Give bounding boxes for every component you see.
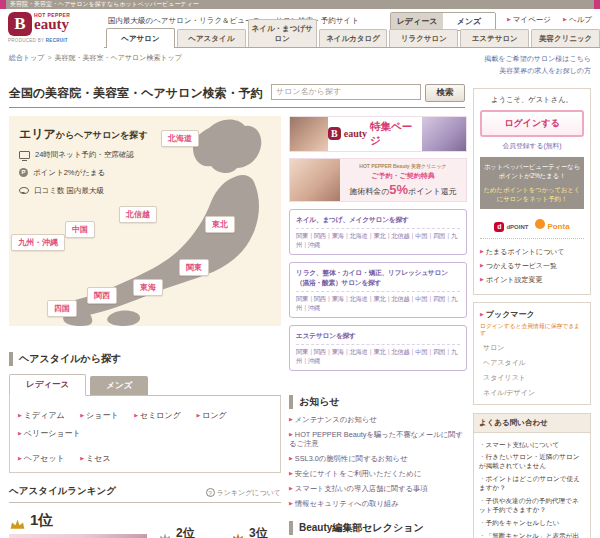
question-icon [206,488,215,497]
hairstyle-tab-ladies[interactable]: レディース [9,374,86,396]
bookmark-link[interactable]: ブックマーク [480,309,584,320]
point-logos: dPOINT Ponta [480,215,584,233]
ponta-icon [535,219,545,229]
ranking-item-3[interactable]: 3位 [231,511,293,538]
left-column: エリアからヘアサロンを探す 24時間ネット予約・空席確認 ポイント2%がたまる … [9,116,281,538]
hairstyle-tabs: レディース メンズ [9,374,281,396]
main-nav: ヘアサロン ヘアスタイル ネイル・まつげサロン ネイルカタログ リラクサロン エ… [104,19,600,48]
hot-pepper-beauty-logo[interactable]: B HOT PEPPER eauty PRODUCED BY RECRUIT [8,12,104,43]
feature-banner-photo-right [422,117,466,151]
notices-heading: お知らせ [289,395,467,409]
hairstyle-tab-mens[interactable]: メンズ [90,376,148,395]
clinic-amount: 施術料金の5%ポイント還元 [340,182,466,197]
faq-link[interactable]: 行きたいサロン・近隣のサロンが掲載されていません [479,453,585,471]
editors-selection-heading: Beauty編集部セレクション [289,521,467,535]
ponta-logo: Ponta [535,215,569,233]
bookmark-salon[interactable]: サロン [483,343,584,353]
bookmark-box: ブックマーク ログインすると会員情報に保存できます サロン ヘアスタイル スタイ… [473,302,591,405]
region-button-kanto[interactable]: 関東 [179,259,209,276]
hairstyle-section: ヘアスタイルから探す レディース メンズ ミディアム ショート セミロング ロン… [9,352,281,538]
faq-link[interactable]: 予約をキャンセルしたい [479,519,585,528]
bookmark-hairstyle[interactable]: ヘアスタイル [483,358,584,368]
breadcrumb-home[interactable]: 総合トップ [9,54,45,61]
area-search-box: エリアからヘアサロンを探す 24時間ネット予約・空席確認 ポイント2%がたまる … [9,116,281,326]
beauty-clinic-banner[interactable]: HOT PEPPER Beauty 美容クリニック ご予約・ご契約特典 施術料金… [289,158,467,202]
point-services-link[interactable]: つかえるサービス一覧 [480,261,584,271]
bookmark-note: ログインすると会員情報に保存できます [480,323,584,338]
point-settings-link[interactable]: ポイント設定変更 [480,275,584,285]
main-content: 全国の美容院・美容室・ヘアサロン検索・予約 検索 エリアからヘアサロンを探す 2… [9,78,591,538]
faq-link[interactable]: スマート支払いについて [479,441,585,450]
hairstyle-link-short[interactable]: ショート [80,411,118,420]
hairstyle-link-hairset[interactable]: ヘアセット [18,454,65,463]
page-title: 全国の美容院・美容室・ヘアサロン検索・予約 [9,85,263,102]
produced-by-recruit: PRODUCED BY RECRUIT [8,38,104,43]
salon-search-input[interactable] [271,84,421,100]
login-button[interactable]: ログインする [480,110,584,137]
faq-box: よくある問い合わせ スマート支払いについて 行きたいサロン・近隣のサロンが掲載さ… [473,413,591,538]
point-icon [19,168,28,177]
nav-tab-esthe-salon[interactable]: エステサロン [460,29,529,47]
ranking-item-1[interactable]: 1位 [9,511,147,538]
hairstyle-link-medium[interactable]: ミディアム [18,411,65,420]
bookmark-nail-design[interactable]: ネイル/デザイン [483,388,584,398]
welcome-box: ようこそ、ゲストさん。 ログインする 会員登録する(無料) ホットペッパービュー… [473,88,591,295]
bookmark-stylist[interactable]: スタイリスト [483,373,584,383]
region-button-hokkaido[interactable]: 北海道 [161,130,199,147]
ranking-item-2[interactable]: 2位 [158,511,220,538]
faq-link[interactable]: ポイントはどこのサロンで使えますか？ [479,475,585,493]
ranking-about-link[interactable]: ランキングについて [206,488,281,498]
region-button-chugoku[interactable]: 中国 [65,221,95,238]
notice-link[interactable]: SSL3.0の脆弱性に関するお知らせ [289,454,467,464]
hairstyle-link-semilong[interactable]: セミロング [134,411,181,420]
feature-page-banner[interactable]: B eauty 特集ページ [289,116,467,152]
notice-link[interactable]: 安全にサイトをご利用いただくために [289,469,467,479]
point-earn-link[interactable]: たまるポイントについて [480,247,584,257]
nav-tab-nail-catalog[interactable]: ネイルカタログ [319,29,388,47]
region-button-kyushu-okinawa[interactable]: 九州・沖縄 [11,234,65,251]
notice-link[interactable]: メンテナンスのお知らせ [289,415,467,425]
search-button[interactable]: 検索 [425,84,465,102]
faq-link[interactable]: 「無断キャンセル」と表示が出て、ネット予約ができない [479,532,585,538]
notice-link[interactable]: HOT PEPPER Beautyを騙った不審なメールに関するご注意 [289,430,467,450]
header-side-links: 掲載をご希望のサロン様はこちら 美容業界の求人をお探しの方 [484,53,591,77]
editors-selection-section: Beauty編集部セレクション デジタルパーマ [289,521,467,538]
clinic-banner-photo [290,159,340,201]
nail-region-links[interactable]: 関東｜関西｜東海｜北海道｜東北｜北信越｜中国｜四国｜九州｜沖縄 [296,229,460,250]
nav-tab-beauty-clinic[interactable]: 美容クリニック [531,29,600,47]
hairstyle-link-veryshort[interactable]: ベリーショート [18,429,81,438]
faq-link[interactable]: 子供や友達の分の予約代理でネット予約できますか？ [479,497,585,515]
right-sidebar: ようこそ、ゲストさん。 ログインする 会員登録する(無料) ホットペッパービュー… [473,88,591,538]
register-link[interactable]: 会員登録する(無料) [480,141,584,151]
relax-salon-search-box[interactable]: リラク、整体・カイロ・矯正、リフレッシュサロン（温浴・酸素）サロンを探す 関東｜… [289,262,467,318]
nav-tab-hair-style[interactable]: ヘアスタイル [177,29,246,47]
job-search-link[interactable]: 美容業界の求人をお探しの方 [484,65,591,77]
nail-salon-search-box[interactable]: ネイル、まつげ、メイクサロンを探す 関東｜関西｜東海｜北海道｜東北｜北信越｜中国… [289,209,467,255]
hairstyle-link-mrs[interactable]: ミセス [80,454,110,463]
notice-link[interactable]: スマート支払いの導入店舗に関する事項 [289,484,467,494]
region-button-tokai[interactable]: 東海 [133,279,163,296]
hairstyle-links-panel: ミディアム ショート セミロング ロング ベリーショート ヘアセット ミセス [9,396,281,473]
relax-region-links[interactable]: 関東｜関西｜東海｜北海道｜東北｜北信越｜中国｜四国｜九州｜沖縄 [296,292,460,313]
esthe-region-links[interactable]: 関東｜関西｜東海｜北海道｜東北｜北信越｜中国｜四国｜九州｜沖縄 [296,345,460,366]
region-button-hokushinetsu[interactable]: 北信越 [119,206,157,223]
point-links: たまるポイントについて つかえるサービス一覧 ポイント設定変更 [480,238,584,285]
region-button-kansai[interactable]: 関西 [87,287,117,304]
faq-heading: よくある問い合わせ [474,414,590,433]
hairstyle-link-long[interactable]: ロング [196,411,226,420]
salon-recruit-link[interactable]: 掲載をご希望のサロン様はこちら [484,53,591,65]
breadcrumb: 総合トップ>美容院・美容室・ヘアサロン検索トップ [9,53,182,77]
nav-tab-relax-salon[interactable]: リラクサロン [389,29,458,47]
area-search-title: エリアからヘアサロンを探す [19,124,148,143]
region-button-shikoku[interactable]: 四国 [47,300,77,317]
top-utility-text: 美容院・美容室・ヘアサロンを探すならホットペッパービューティー [6,0,594,9]
notice-link[interactable]: 情報セキュリティへの取り組み [289,499,467,509]
region-button-tohoku[interactable]: 東北 [205,216,235,233]
feature-banner-photo-left [290,117,328,151]
nav-tab-nail-salon[interactable]: ネイル・まつげサロン [248,19,317,47]
nav-tab-hair-salon[interactable]: ヘアサロン [106,28,175,48]
header: B HOT PEPPER eauty PRODUCED BY RECRUIT 国… [0,9,600,48]
esthe-salon-search-box[interactable]: エステサロンを探す 関東｜関西｜東海｜北海道｜東北｜北信越｜中国｜四国｜九州｜沖… [289,325,467,371]
point-promo-box: ホットペッパービューティーならポイントが2%たまる！ ためたポイントをつかってお… [480,157,584,209]
middle-column: B eauty 特集ページ HOT PEPPER Beauty 美容クリニック … [289,116,467,538]
